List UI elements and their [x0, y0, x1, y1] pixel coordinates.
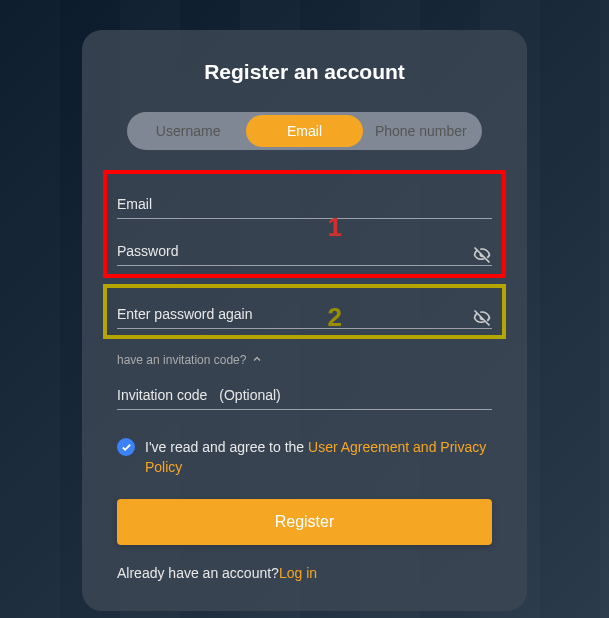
register-method-tabs: Username Email Phone number [127, 112, 482, 150]
password-field-wrapper: Password [117, 229, 492, 266]
invitation-toggle-label: have an invitation code? [117, 353, 246, 367]
register-button[interactable]: Register [117, 499, 492, 545]
login-row: Already have an account?Log in [117, 565, 492, 581]
register-card: Register an account Username Email Phone… [82, 30, 527, 611]
annotation-box-1: Email Password [103, 170, 506, 278]
agreement-prefix: I've read and agree to the [145, 439, 308, 455]
tab-phone[interactable]: Phone number [363, 115, 479, 147]
agreement-checkbox[interactable] [117, 438, 135, 456]
email-field-wrapper: Email [117, 182, 492, 219]
page-title: Register an account [117, 60, 492, 84]
agreement-text: I've read and agree to the User Agreemen… [145, 438, 492, 477]
agreement-row: I've read and agree to the User Agreemen… [117, 438, 492, 477]
login-prefix: Already have an account? [117, 565, 279, 581]
email-label: Email [117, 196, 492, 212]
confirm-password-label: Enter password again [117, 306, 492, 322]
annotation-box-2: Enter password again [103, 284, 506, 339]
eye-off-icon[interactable] [472, 245, 492, 265]
tab-email[interactable]: Email [246, 115, 362, 147]
invitation-code-label: Invitation code [117, 387, 207, 403]
password-label: Password [117, 243, 492, 259]
login-link[interactable]: Log in [279, 565, 317, 581]
invitation-toggle[interactable]: have an invitation code? [117, 353, 492, 367]
invitation-field-wrapper[interactable]: Invitation code (Optional) [117, 377, 492, 410]
tab-username[interactable]: Username [130, 115, 246, 147]
eye-off-icon[interactable] [472, 308, 492, 328]
chevron-up-icon [252, 353, 262, 367]
invitation-optional-label: (Optional) [219, 387, 280, 403]
confirm-password-field-wrapper: Enter password again [117, 292, 492, 329]
